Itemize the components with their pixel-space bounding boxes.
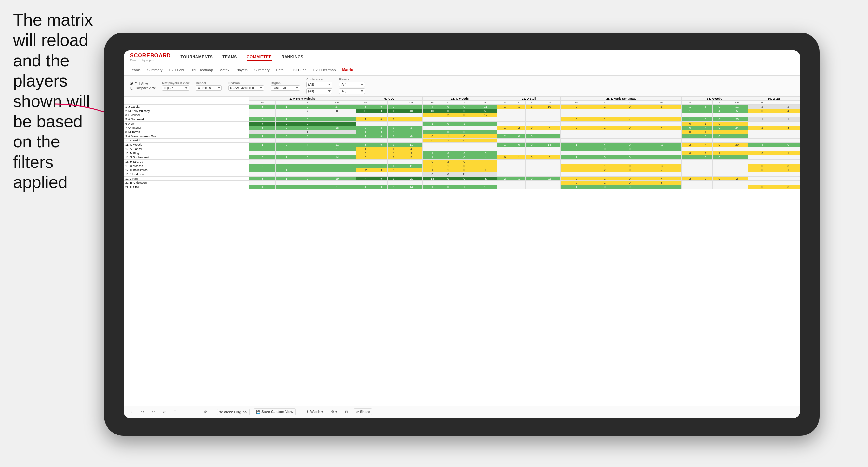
matrix-cell-l: 3 [699, 105, 713, 109]
player-name-cell: 17. D Ballesteros [124, 168, 249, 173]
matrix-cell-dif [642, 155, 682, 160]
nav-item-committee[interactable]: COMMITTEE [247, 53, 272, 61]
sub-nav-h2h-heatmap2[interactable]: H2H Heatmap [313, 67, 336, 73]
sub-nav-players[interactable]: Players [236, 67, 248, 73]
sub-nav-detail[interactable]: Detail [276, 67, 285, 73]
matrix-cell-t: 0 [297, 122, 318, 126]
matrix-cell-t: 0 [455, 130, 474, 134]
players-select2[interactable]: (All) [339, 89, 365, 94]
col-header-5: 38. A Webb [682, 97, 748, 101]
matrix-cell-l [513, 164, 526, 168]
matrix-cell-l [513, 147, 526, 151]
grid-button[interactable]: ⊞ [172, 409, 178, 415]
players-filter: Players (All) (All) [339, 78, 365, 94]
matrix-cell-l [276, 113, 297, 117]
matrix-cell-t [526, 122, 538, 126]
matrix-cell-w: 0 [561, 126, 592, 130]
settings-button[interactable]: ⚙ ▾ [329, 409, 339, 415]
sub-nav-matrix2[interactable]: Matrix [342, 66, 352, 73]
matrix-cell-l [513, 168, 526, 173]
add-button[interactable]: ⊕ [161, 409, 167, 415]
conference-select[interactable]: (All) [306, 82, 332, 87]
matrix-cell-l [276, 151, 297, 155]
zoom-in-button[interactable]: + [192, 409, 198, 415]
view-original-button[interactable]: 👁 View: Original [217, 409, 250, 415]
matrix-cell-w [249, 181, 275, 185]
division-select[interactable]: NCAA Division II [228, 85, 264, 91]
matrix-cell-dif: -4 [538, 126, 561, 130]
table-row: 16. X Mcgaha20031011010010303 [124, 164, 800, 168]
sub-nav-h2h-grid[interactable]: H2H Grid [169, 67, 184, 73]
full-view-radio[interactable] [130, 82, 133, 85]
matrix-cell-w: 1 [423, 122, 442, 126]
matrix-cell-dif: 11 [726, 105, 748, 109]
matrix-cell-w [497, 151, 513, 155]
conference-select2[interactable]: (All) [306, 89, 332, 94]
sub-nav-matrix[interactable]: Matrix [219, 67, 229, 73]
matrix-cell-w [561, 134, 592, 138]
watch-button[interactable]: 👁 Watch ▾ [304, 409, 325, 415]
back-button[interactable]: ↩ [150, 409, 157, 415]
matrix-cell-dif [642, 138, 682, 143]
matrix-cell-dif: 27 [318, 105, 356, 109]
matrix-cell-dif [474, 164, 497, 168]
matrix-cell-w: 1 [682, 109, 699, 113]
matrix-cell-dif [474, 138, 497, 143]
compact-view-radio[interactable] [130, 87, 133, 90]
sub-nav-summary[interactable]: Summary [147, 67, 162, 73]
matrix-cell-t: 1 [526, 105, 538, 109]
matrix-cell-t: 0 [713, 134, 726, 138]
matrix-cell-dif [318, 130, 356, 134]
matrix-cell-l [276, 160, 297, 164]
sub-nav-h2h-grid2[interactable]: H2H Grid [292, 67, 307, 73]
nav-item-teams[interactable]: TEAMS [222, 53, 237, 61]
matrix-cell-t: 7 [297, 109, 318, 113]
region-select[interactable]: East - DII [271, 85, 300, 91]
zoom-out-button[interactable]: − [182, 409, 188, 415]
refresh-button[interactable]: ⟳ [202, 409, 209, 415]
sub-col-w-6: W [748, 101, 777, 105]
redo-button[interactable]: ↪ [139, 409, 146, 415]
matrix-cell-w: 1 [682, 105, 699, 109]
save-custom-view-button[interactable]: 💾 Save Custom View [254, 408, 296, 415]
matrix-cell-t [526, 168, 538, 173]
share-button[interactable]: ⤢ Share [354, 408, 372, 415]
matrix-cell-t: 1 [713, 151, 726, 155]
max-players-select[interactable]: Top 25 [162, 85, 189, 91]
matrix-cell-w [497, 138, 513, 143]
matrix-cell-t: 0 [617, 126, 642, 130]
matrix-cell-dif [726, 168, 748, 173]
matrix-cell-w [497, 164, 513, 168]
sub-nav-summary2[interactable]: Summary [254, 67, 270, 73]
matrix-cell-dif [642, 134, 682, 138]
players-select[interactable]: (All) [339, 82, 365, 87]
matrix-cell-w: 0 [423, 134, 442, 138]
nav-item-tournaments[interactable]: TOURNAMENTS [181, 53, 213, 61]
nav-item-rankings[interactable]: RANKINGS [281, 53, 303, 61]
matrix-cell-l: 0 [442, 109, 455, 113]
matrix-cell-w: 0 [561, 164, 592, 168]
matrix-cell-dif [538, 134, 561, 138]
full-view-option[interactable]: Full View [130, 82, 155, 86]
matrix-cell-t [617, 160, 642, 164]
gender-select[interactable]: Women's [196, 85, 222, 91]
matrix-cell-dif: 5 [400, 155, 423, 160]
matrix-cell-dif: 2 [726, 177, 748, 181]
table-row: 15. H Stranda020 [124, 160, 800, 164]
layout-button[interactable]: ⊡ [343, 409, 350, 415]
sub-nav-teams[interactable]: Teams [130, 67, 141, 73]
matrix-cell-dif [474, 147, 497, 151]
undo-button[interactable]: ↩ [128, 409, 135, 415]
player-name-cell: 20. E Andersson [124, 181, 249, 185]
player-name-cell: 5. A Nomrowski [124, 117, 249, 122]
matrix-cell-t: 0 [297, 164, 318, 168]
matrix-cell-w: 2 [249, 164, 275, 168]
matrix-cell-dif [538, 185, 561, 189]
matrix-area[interactable]: 2. M Kelly Mulcahy 6. A Dy 11. G Woods 2… [124, 96, 800, 408]
matrix-cell-l: 1 [513, 105, 526, 109]
compact-view-option[interactable]: Compact View [130, 87, 155, 90]
matrix-cell-w [682, 147, 699, 151]
sub-nav-h2h-heatmap[interactable]: H2H Heatmap [190, 67, 213, 73]
matrix-cell-l [699, 147, 713, 151]
player-name-cell: 2. M Kelly Mulcahy [124, 109, 249, 113]
